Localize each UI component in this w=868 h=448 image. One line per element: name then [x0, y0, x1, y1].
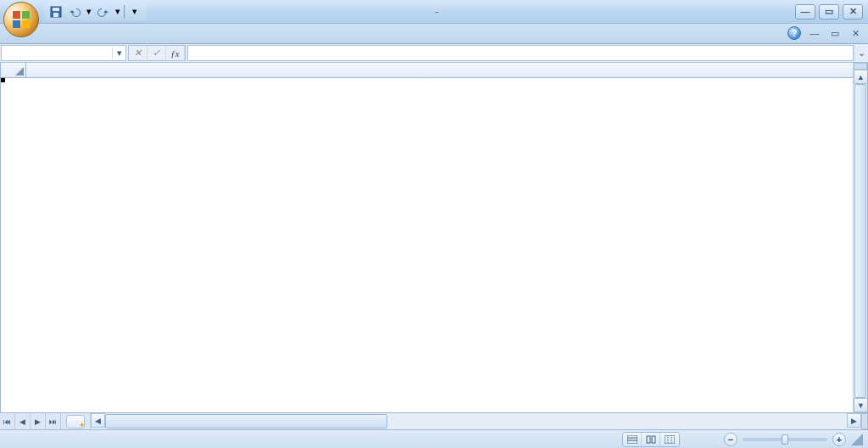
grid-rows — [1, 78, 867, 412]
mdi-close-button[interactable]: ✕ — [848, 25, 863, 41]
ribbon-tabs: ? — ▭ ✕ — [0, 24, 868, 44]
svg-rect-7 — [627, 435, 637, 444]
page-break-view-icon[interactable] — [660, 433, 679, 446]
svg-rect-10 — [647, 436, 650, 443]
redo-icon[interactable] — [95, 3, 112, 20]
tab-nav-next-icon[interactable]: ▶ — [31, 413, 46, 429]
mdi-minimize-button[interactable]: — — [807, 25, 822, 41]
zoom-in-button[interactable]: + — [832, 433, 846, 446]
vscroll-thumb[interactable] — [854, 84, 866, 398]
tab-nav-last-icon[interactable]: ⏭ — [46, 413, 61, 429]
formula-expand-icon[interactable]: ⌄ — [854, 44, 868, 62]
tab-nav-prev-icon[interactable]: ◀ — [15, 413, 31, 429]
enter-icon[interactable]: ✓ — [147, 46, 166, 60]
svg-rect-0 — [13, 11, 20, 19]
resize-grip-icon[interactable] — [851, 434, 863, 445]
zoom-knob[interactable] — [782, 434, 788, 445]
scroll-down-icon[interactable]: ▼ — [854, 398, 868, 412]
svg-rect-2 — [13, 20, 20, 28]
formula-bar-row: ▾ ✕ ✓ ƒx ⌄ — [0, 44, 868, 63]
zoom-slider[interactable] — [743, 438, 827, 441]
formula-input[interactable] — [187, 45, 854, 61]
name-box-dropdown-icon[interactable]: ▾ — [112, 48, 125, 59]
zoom-control: − + — [688, 433, 846, 446]
title-bar: ▾ ▾ ▾ - — ▭ ✕ — [0, 0, 868, 24]
minimize-button[interactable]: — — [795, 4, 815, 20]
maximize-button[interactable]: ▭ — [819, 4, 839, 20]
svg-rect-3 — [22, 20, 30, 28]
undo-icon[interactable] — [66, 3, 83, 20]
redo-dropdown-icon[interactable]: ▾ — [114, 3, 122, 20]
zoom-out-button[interactable]: − — [724, 433, 737, 446]
split-box-top[interactable] — [854, 63, 867, 70]
split-box-right[interactable] — [861, 413, 868, 429]
normal-view-icon[interactable] — [623, 433, 642, 446]
svg-rect-11 — [652, 436, 655, 443]
column-headers — [1, 63, 867, 78]
spreadsheet-grid: ▲ ▼ — [0, 63, 868, 412]
scroll-right-icon[interactable]: ▶ — [847, 413, 861, 428]
undo-dropdown-icon[interactable]: ▾ — [85, 3, 93, 20]
svg-rect-1 — [22, 11, 30, 19]
status-bar: − + — [0, 429, 868, 448]
svg-rect-6 — [53, 13, 58, 17]
horizontal-scrollbar[interactable]: ◀ ▶ — [90, 413, 868, 429]
scroll-up-icon[interactable]: ▲ — [854, 70, 868, 84]
svg-rect-5 — [53, 8, 59, 11]
svg-rect-12 — [665, 435, 675, 444]
vertical-scrollbar[interactable]: ▲ ▼ — [853, 63, 867, 412]
close-button[interactable]: ✕ — [843, 4, 863, 20]
qat-customize-icon[interactable]: ▾ — [126, 3, 143, 20]
fx-icon[interactable]: ƒx — [166, 46, 185, 60]
office-button[interactable] — [3, 2, 39, 37]
sheet-tab-bar: ⏮ ◀ ▶ ⏭ ◀ ▶ — [0, 412, 868, 429]
tab-nav-first-icon[interactable]: ⏮ — [0, 413, 15, 429]
help-icon[interactable]: ? — [787, 25, 802, 41]
save-icon[interactable] — [47, 3, 64, 20]
view-buttons — [622, 432, 680, 447]
mdi-restore-button[interactable]: ▭ — [827, 25, 843, 41]
hscroll-thumb[interactable] — [105, 414, 387, 428]
name-box[interactable]: ▾ — [1, 45, 126, 61]
scroll-left-icon[interactable]: ◀ — [91, 413, 105, 428]
new-sheet-button[interactable] — [66, 415, 85, 428]
selection-rectangle — [1, 78, 4, 81]
page-layout-view-icon[interactable] — [642, 433, 660, 446]
select-all-corner[interactable] — [1, 63, 26, 77]
quick-access-toolbar: ▾ ▾ ▾ — [44, 3, 147, 21]
cancel-icon[interactable]: ✕ — [129, 46, 147, 60]
